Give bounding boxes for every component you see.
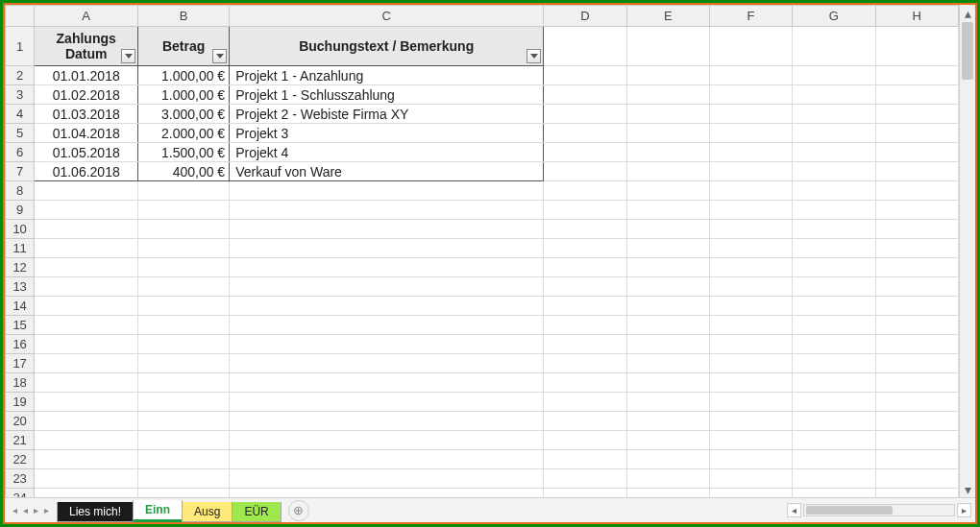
empty-cell[interactable] (709, 412, 792, 431)
empty-cell[interactable] (875, 297, 958, 316)
empty-cell[interactable] (875, 201, 958, 220)
filter-button[interactable] (121, 49, 135, 63)
empty-cell[interactable] (138, 335, 230, 354)
empty-cell[interactable] (626, 66, 709, 85)
empty-cell[interactable] (35, 412, 138, 431)
empty-cell[interactable] (138, 393, 230, 412)
tab-nav-first-icon[interactable]: ◂ (12, 505, 17, 515)
empty-cell[interactable] (875, 450, 958, 469)
row-header[interactable]: 19 (6, 393, 35, 412)
empty-cell[interactable] (875, 27, 958, 66)
select-all-corner[interactable] (6, 6, 35, 27)
empty-cell[interactable] (230, 201, 544, 220)
empty-cell[interactable] (230, 335, 544, 354)
cell-date[interactable]: 01.04.2018 (35, 124, 138, 143)
col-header-a[interactable]: A (35, 6, 138, 27)
empty-cell[interactable] (793, 412, 875, 431)
empty-cell[interactable] (709, 105, 792, 124)
empty-cell[interactable] (626, 181, 709, 201)
empty-cell[interactable] (875, 220, 958, 239)
empty-cell[interactable] (138, 258, 230, 277)
cell-amount[interactable]: 2.000,00 € (138, 124, 230, 143)
empty-cell[interactable] (138, 412, 230, 431)
empty-cell[interactable] (138, 431, 230, 450)
empty-cell[interactable] (544, 431, 626, 450)
empty-cell[interactable] (793, 393, 875, 412)
empty-cell[interactable] (626, 258, 709, 277)
row-header[interactable]: 10 (6, 220, 35, 239)
empty-cell[interactable] (35, 373, 138, 393)
empty-cell[interactable] (544, 124, 626, 143)
empty-cell[interactable] (230, 393, 544, 412)
col-header-d[interactable]: D (544, 6, 626, 27)
empty-cell[interactable] (793, 450, 875, 469)
empty-cell[interactable] (544, 162, 626, 181)
cell-amount[interactable]: 1.000,00 € (138, 66, 230, 85)
empty-cell[interactable] (793, 239, 875, 258)
empty-cell[interactable] (709, 393, 792, 412)
row-header[interactable]: 20 (6, 412, 35, 431)
empty-cell[interactable] (875, 181, 958, 201)
empty-cell[interactable] (230, 431, 544, 450)
horizontal-scroll-track[interactable] (803, 504, 955, 516)
vertical-scroll-thumb[interactable] (962, 22, 973, 80)
empty-cell[interactable] (626, 412, 709, 431)
empty-cell[interactable] (709, 373, 792, 393)
empty-cell[interactable] (626, 220, 709, 239)
row-header[interactable]: 15 (6, 316, 35, 335)
row-header[interactable]: 17 (6, 354, 35, 373)
empty-cell[interactable] (138, 469, 230, 489)
row-header[interactable]: 11 (6, 239, 35, 258)
empty-cell[interactable] (35, 469, 138, 489)
empty-cell[interactable] (793, 143, 875, 162)
empty-cell[interactable] (544, 27, 626, 66)
empty-cell[interactable] (230, 220, 544, 239)
empty-cell[interactable] (709, 469, 792, 489)
empty-cell[interactable] (875, 124, 958, 143)
empty-cell[interactable] (626, 450, 709, 469)
empty-cell[interactable] (230, 354, 544, 373)
row-header[interactable]: 13 (6, 277, 35, 297)
empty-cell[interactable] (35, 316, 138, 335)
empty-cell[interactable] (230, 258, 544, 277)
empty-cell[interactable] (709, 258, 792, 277)
empty-cell[interactable] (230, 412, 544, 431)
empty-cell[interactable] (138, 354, 230, 373)
empty-cell[interactable] (793, 431, 875, 450)
empty-cell[interactable] (544, 220, 626, 239)
row-header[interactable]: 23 (6, 469, 35, 489)
empty-cell[interactable] (626, 393, 709, 412)
empty-cell[interactable] (875, 85, 958, 105)
empty-cell[interactable] (626, 354, 709, 373)
row-header[interactable]: 9 (6, 201, 35, 220)
cell-amount[interactable]: 400,00 € (138, 162, 230, 181)
empty-cell[interactable] (709, 143, 792, 162)
scroll-right-icon[interactable]: ▸ (957, 503, 971, 517)
empty-cell[interactable] (35, 239, 138, 258)
empty-cell[interactable] (875, 431, 958, 450)
cell-text[interactable]: Projekt 1 - Schlusszahlung (230, 85, 544, 105)
empty-cell[interactable] (709, 354, 792, 373)
empty-cell[interactable] (626, 162, 709, 181)
row-header[interactable]: 4 (6, 105, 35, 124)
row-header[interactable]: 6 (6, 143, 35, 162)
empty-cell[interactable] (544, 143, 626, 162)
empty-cell[interactable] (875, 412, 958, 431)
row-header[interactable]: 21 (6, 431, 35, 450)
empty-cell[interactable] (875, 105, 958, 124)
empty-cell[interactable] (709, 181, 792, 201)
empty-cell[interactable] (793, 335, 875, 354)
empty-cell[interactable] (793, 489, 875, 497)
empty-cell[interactable] (230, 489, 544, 497)
empty-cell[interactable] (544, 105, 626, 124)
empty-cell[interactable] (875, 162, 958, 181)
empty-cell[interactable] (709, 27, 792, 66)
empty-cell[interactable] (35, 450, 138, 469)
empty-cell[interactable] (793, 277, 875, 297)
empty-cell[interactable] (544, 469, 626, 489)
empty-cell[interactable] (230, 316, 544, 335)
empty-cell[interactable] (544, 181, 626, 201)
tab-nav-last-icon[interactable]: ▸ (44, 505, 49, 515)
empty-cell[interactable] (138, 373, 230, 393)
col-header-h[interactable]: H (875, 6, 958, 27)
